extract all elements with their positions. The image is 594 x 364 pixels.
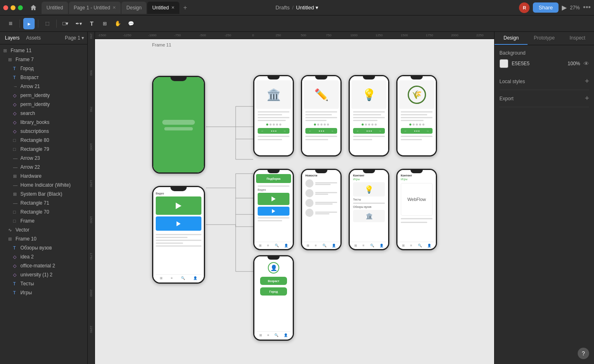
layer-rect71[interactable]: — Rectangle 71 [10,199,87,207]
component-icon: ◇ [13,120,19,125]
layer-arrow21[interactable]: → Arrow 21 [10,82,87,91]
shape-tool[interactable]: □▾ [60,18,71,29]
layer-idea2[interactable]: ◇ idea 2 [10,252,87,261]
toolbar: ≡ ▸ ⬚ □▾ ✒▾ T ⊞ ✋ 💬 [0,15,594,32]
play-button[interactable]: ▶ [562,4,567,11]
layer-rect70[interactable]: □ Rectangle 70 [10,207,87,216]
layer-frame-inner[interactable]: □ Frame [10,216,87,225]
layer-обзоры[interactable]: T Обзоры вузов [10,243,87,252]
component-icon: ◇ [13,263,19,269]
phone-video-green: Видео [152,186,205,284]
user-avatar[interactable]: R [519,2,530,13]
layer-frame7[interactable]: ⊞ Frame 7 [5,55,87,64]
tool-group-main: ≡ ▸ ⬚ □▾ ✒▾ T ⊞ ✋ 💬 [5,18,137,29]
text-icon: T [13,245,19,250]
help-button[interactable]: ? [578,348,589,359]
frame-icon: ⊞ [3,48,9,53]
frame-icon: ⊞ [13,192,19,197]
canvas-area: Frame 11 [95,39,494,364]
phone-mid3-content: Контент Игры 💡 Тесты Обзоры вузов 🏛️ [349,169,389,250]
text-tool[interactable]: T [86,18,97,29]
right-panel-content: Background E5E5E5 100% 👁 Local styles + … [495,45,594,364]
zoom-level: 27% [570,5,580,11]
tab-close-icon[interactable]: ✕ [113,5,116,10]
breadcrumb-title[interactable]: Untitled ▾ [296,4,318,11]
close-dot[interactable] [3,5,8,10]
layer-perm-identity-2[interactable]: ◇ perm_identity [10,100,87,109]
layer-office-material2[interactable]: ◇ office-material 2 [10,261,87,270]
background-color-swatch[interactable] [499,59,508,68]
arrow-icon: → [13,84,19,89]
tab-untitled2[interactable]: Untitled ✕ [147,2,179,14]
layer-hardware[interactable]: ⊞ Hardware [10,172,87,181]
more-menu-icon[interactable]: ••• [583,3,591,12]
prototype-tab[interactable]: Prototype [528,32,561,45]
layer-frame11[interactable]: ⊞ Frame 11 [0,46,87,55]
page-selector[interactable]: Page 1 ▾ [65,35,84,41]
layers-tab[interactable]: Layers [3,34,21,42]
rect-icon: □ [13,147,19,152]
toolbar-separator [56,20,57,28]
background-opacity-value: 100% [568,61,580,66]
layer-home-indicator[interactable]: — Home Indicator (White) [10,181,87,190]
tab-untitled1[interactable]: Untitled [42,2,68,14]
layer-vector[interactable]: ∿ Vector [5,225,87,234]
toolbar-separator [20,20,20,28]
hand-tool[interactable]: ✋ [112,18,124,29]
layer-город[interactable]: T Город [10,64,87,73]
background-hex-value[interactable]: E5E5E5 [512,61,564,66]
text-icon: T [13,75,19,80]
layer-perm-identity-1[interactable]: ◇ perm_identity [10,91,87,100]
visibility-toggle-icon[interactable]: 👁 [583,60,589,67]
layer-university2[interactable]: ◇ university (1) 2 [10,270,87,279]
add-local-style-icon[interactable]: + [585,77,589,86]
tab-close-icon[interactable]: ✕ [171,5,174,10]
ruler-horizontal: -1500 -1250 -1000 -750 -500 -250 0 250 5… [88,32,494,39]
comment-tool[interactable]: 💬 [125,18,137,29]
move-tool[interactable]: ▸ [23,18,35,29]
minimize-dot[interactable] [11,5,15,10]
pen-tool[interactable]: ✒▾ [73,18,84,29]
layer-rect79[interactable]: □ Rectangle 79 [10,145,87,154]
breadcrumb-prefix: Drafts [276,4,290,11]
layer-search[interactable]: ◇ search [10,109,87,118]
text-icon: T [13,290,19,295]
rect-icon: □ [13,138,19,143]
layer-возраст[interactable]: T Возраст [10,73,87,82]
rect-icon: — [13,201,19,205]
component-icon: ◇ [13,102,19,107]
layer-system-bar[interactable]: ⊞ System Bar (Black) [10,190,87,199]
layer-library-books[interactable]: ◇ library_books [10,118,87,127]
new-tab-button[interactable]: + [180,3,190,13]
canvas-content: Frame 11 [95,39,494,364]
component-icon: ◇ [13,129,19,134]
menu-tool[interactable]: ≡ [5,18,16,29]
layer-frame10[interactable]: ⊞ Frame 10 [5,234,87,243]
layer-игры[interactable]: T Игры [10,288,87,297]
layer-тесты[interactable]: T Тесты [10,279,87,288]
share-button[interactable]: Share [533,2,559,13]
layer-arrow23[interactable]: — Arrow 23 [10,154,87,163]
arrow-icon: — [13,156,19,161]
layer-arrow22[interactable]: — Arrow 22 [10,163,87,172]
inspect-tab[interactable]: Inspect [561,32,594,45]
breadcrumb: Drafts / Untitled ▾ [276,4,318,11]
add-export-icon[interactable]: + [585,94,589,103]
home-icon[interactable] [28,2,39,13]
frame-tool[interactable]: ⬚ [42,18,53,29]
component-icon: ◇ [13,254,19,260]
tab-design[interactable]: Design [121,2,146,14]
phone-main-green [152,76,205,174]
layer-rect80[interactable]: □ Rectangle 80 [10,136,87,145]
background-section-label: Background [499,50,589,56]
canvas[interactable]: -1500 -1250 -1000 -750 -500 -250 0 250 5… [88,32,494,364]
tab-page1[interactable]: Page 1 - Untitled ✕ [69,2,121,14]
assets-tab[interactable]: Assets [24,34,42,42]
layer-subscriptions[interactable]: ◇ subscriptions [10,127,87,136]
titlebar: Untitled Page 1 - Untitled ✕ Design Unti… [0,0,594,15]
component-tool[interactable]: ⊞ [99,18,110,29]
main-area: Layers Assets Page 1 ▾ ⊞ Frame 11 ⊞ Fram… [0,32,594,364]
right-panel: Design Prototype Inspect Background E5E5… [494,32,594,364]
maximize-dot[interactable] [18,5,23,10]
design-tab[interactable]: Design [495,32,528,45]
